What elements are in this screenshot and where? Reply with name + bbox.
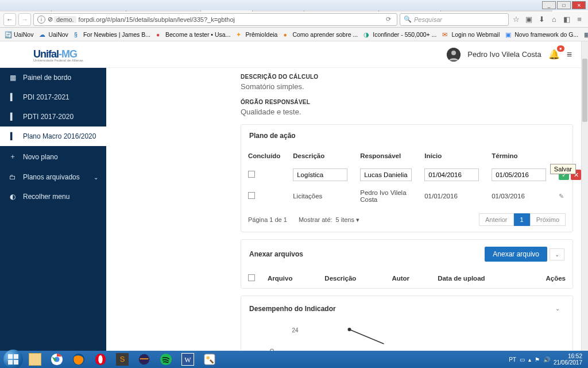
tray-icon[interactable]: ▭: [520, 356, 525, 363]
site-info-icon[interactable]: i: [37, 16, 45, 24]
sidebar-item[interactable]: ▍Plano Macro 2016/2020: [0, 126, 106, 146]
firefox-taskbar-icon[interactable]: [68, 352, 90, 367]
desc-cell: Licitações: [287, 186, 353, 206]
sidebar-item[interactable]: ▦Painel de bordo: [0, 68, 106, 87]
downloads-icon[interactable]: ⬇: [536, 15, 547, 24]
word-taskbar-icon[interactable]: W: [177, 352, 199, 367]
start-cell: 01/01/2016: [419, 186, 485, 206]
bookmarks-bar: 🔄UaiNov☁UaiNov§For Newbies | James B...●…: [0, 28, 588, 41]
col-autor: Autor: [386, 270, 431, 287]
notifications-button[interactable]: 🔔●: [548, 49, 560, 60]
bookmark-item[interactable]: ●Become a tester • Usa...: [156, 31, 230, 38]
explorer-taskbar-icon[interactable]: [24, 352, 46, 367]
end-input[interactable]: [492, 168, 546, 181]
bookmark-label: PrêmioIdeia: [245, 31, 277, 38]
tray-flag-icon[interactable]: ⚑: [535, 356, 540, 363]
desc-input[interactable]: [293, 168, 347, 181]
bookmark-icon: ▦: [584, 31, 588, 38]
sidebar-item-label: Recolher menu: [23, 193, 69, 201]
sidebar-item[interactable]: ＋Novo plano: [0, 146, 106, 167]
table-row: Licitações Pedro Ivo Vilela Costa 01/01/…: [242, 186, 581, 206]
url-input[interactable]: i ⊘ demo. forpdi.org/#/plan/15/details/s…: [33, 13, 397, 26]
bookmark-item[interactable]: ✉Login no Webmail: [442, 31, 500, 38]
next-page-button[interactable]: Próximo: [530, 213, 566, 226]
menu-icon[interactable]: ≡: [574, 15, 585, 24]
collapse-icon[interactable]: ⌄: [551, 303, 564, 314]
bookmark-icon: ▣: [505, 31, 512, 38]
pocket-icon[interactable]: ▣: [524, 15, 534, 24]
sublime-taskbar-icon[interactable]: S: [111, 352, 133, 367]
sidebar-item-label: PDI 2017-2021: [23, 93, 69, 101]
row-checkbox[interactable]: [248, 171, 255, 178]
row-checkbox[interactable]: [248, 192, 255, 199]
show-select[interactable]: 5 itens ▾: [336, 216, 359, 224]
bookmark-star-icon[interactable]: ☆: [511, 15, 521, 24]
browser-search-input[interactable]: 🔍 Pesquisar: [400, 13, 509, 26]
bookmark-item[interactable]: ▦Selenium Workshop: [584, 31, 588, 38]
sidebar-item[interactable]: ◐Recolher menu: [0, 187, 106, 206]
tray-up-icon[interactable]: ▴: [528, 356, 531, 363]
bookmark-icon: ●: [283, 31, 290, 38]
svg-point-13: [160, 354, 172, 365]
start-input[interactable]: [424, 168, 479, 181]
sidebar-item-icon: 🗀: [8, 173, 17, 181]
bookmark-label: Become a tester • Usa...: [165, 31, 230, 38]
prev-page-button[interactable]: Anterior: [479, 213, 514, 226]
calc-description-value: Somatório simples.: [241, 82, 573, 91]
sidebar-item[interactable]: ▍PDI 2017-2021: [0, 87, 106, 107]
forward-button[interactable]: →: [18, 13, 31, 26]
maximize-button[interactable]: □: [557, 1, 571, 9]
chart-point: [348, 328, 351, 331]
user-name[interactable]: Pedro Ivo Vilela Costa: [467, 50, 541, 59]
end-cell: 01/03/2016: [486, 186, 552, 206]
chrome-taskbar-icon[interactable]: [46, 352, 68, 367]
bookmark-item[interactable]: ✦PrêmioIdeia: [236, 31, 277, 38]
col-descricao: Descrição: [287, 148, 353, 164]
home-icon[interactable]: ⌂: [549, 15, 559, 24]
edit-icon[interactable]: ✎: [559, 193, 564, 200]
save-tooltip: Salvar: [550, 164, 576, 174]
opera-taskbar-icon[interactable]: [90, 352, 111, 367]
minimize-button[interactable]: _: [542, 1, 556, 9]
bookmark-item[interactable]: 🔄UaiNov: [5, 31, 33, 38]
eclipse-taskbar-icon[interactable]: [133, 352, 155, 367]
select-all-checkbox[interactable]: [248, 274, 255, 281]
logo-subtext: Universidade Federal de Alfenas: [33, 59, 83, 62]
reload-icon[interactable]: ⟳: [383, 16, 393, 23]
close-window-button[interactable]: ✕: [572, 1, 586, 9]
performance-title: Desempenho do Indicador: [249, 305, 336, 313]
tray-vol-icon[interactable]: 🔊: [543, 356, 550, 363]
clock-time[interactable]: 16:52: [554, 353, 582, 359]
app-menu-button[interactable]: ≡: [567, 49, 572, 60]
paint-taskbar-icon[interactable]: [199, 352, 220, 367]
bookmark-item[interactable]: ●Como aprender sobre ...: [283, 31, 358, 38]
page-1-button[interactable]: 1: [514, 213, 530, 226]
spotify-taskbar-icon[interactable]: [155, 352, 177, 367]
clock-date[interactable]: 21/06/2017: [554, 359, 582, 366]
bookmark-item[interactable]: ▣Novo framework do G...: [505, 31, 578, 38]
scrollbar-thumb[interactable]: [582, 59, 587, 122]
sidebar-item-label: Painel de bordo: [23, 74, 71, 82]
main-content: DESCRIÇÃO DO CÁLCULO Somatório simples. …: [106, 41, 581, 351]
resp-input[interactable]: [360, 168, 412, 181]
start-button[interactable]: [3, 350, 23, 368]
sidebar-item[interactable]: 🗀Planos arquivados⌄: [0, 167, 106, 187]
avatar[interactable]: [447, 48, 461, 62]
lang-indicator[interactable]: PT: [509, 356, 516, 363]
attach-dropdown-button[interactable]: ⌄: [550, 248, 564, 260]
bookmark-item[interactable]: §For Newbies | James B...: [74, 31, 150, 38]
attach-file-button[interactable]: Anexar arquivo: [485, 247, 547, 262]
sidebar-item-icon: ▍: [8, 93, 17, 101]
logo-text-main: Unifal: [33, 48, 59, 60]
bookmark-item[interactable]: ◑Iconfinder - 550,000+ ...: [363, 31, 436, 38]
y-tick-label: 24: [292, 327, 299, 334]
col-termino: Término: [486, 148, 552, 164]
bookmark-item[interactable]: ☁UaiNov: [39, 31, 68, 38]
page-scrollbar[interactable]: [581, 41, 588, 351]
attachments-panel: Anexar arquivos Anexar arquivo ⌄ Arquivo…: [241, 239, 573, 289]
system-tray[interactable]: PT ▭ ▴ ⚑ 🔊 16:52 21/06/2017: [509, 353, 586, 366]
sidebar-icon[interactable]: ◧: [562, 15, 572, 24]
back-button[interactable]: ←: [3, 13, 16, 26]
chart-line: [350, 329, 384, 344]
sidebar-item[interactable]: ▍PDTI 2017-2020: [0, 107, 106, 126]
